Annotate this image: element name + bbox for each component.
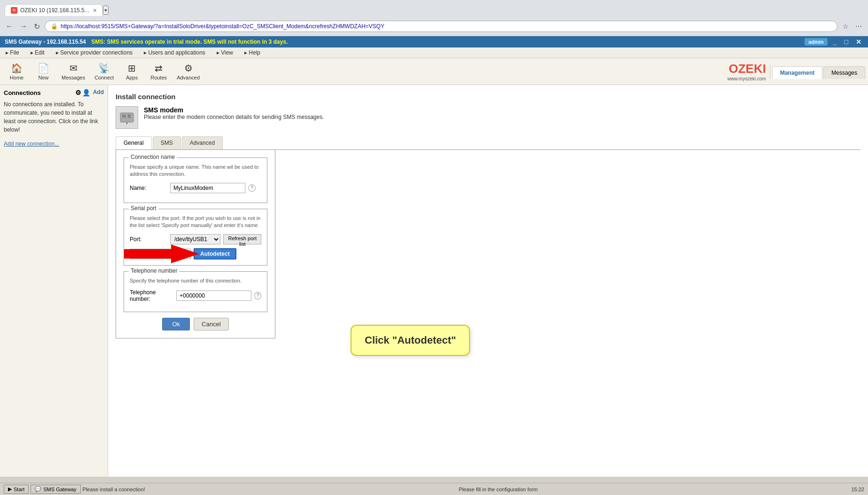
app-title-bar: SMS Gateway - 192.168.115.54 SMS: SMS se… <box>0 36 868 47</box>
toolbar-apps-button[interactable]: ⊞ Apps <box>119 60 145 83</box>
tooltip-bubble: Click "Autodetect" <box>351 325 470 356</box>
refresh-port-list-button[interactable]: Refresh port list <box>223 234 261 244</box>
messages-label: Messages <box>62 75 85 80</box>
sidebar-icons: ⚙ 👤 Add <box>75 89 104 96</box>
address-bar[interactable]: 🔒 https://localhost:9515/SMS+Gateway/?a=… <box>45 21 837 32</box>
bookmark-button[interactable]: ☆ <box>840 21 851 31</box>
sidebar-header: Connections ⚙ 👤 Add <box>4 89 104 96</box>
sidebar-settings-icon[interactable]: ⚙ <box>75 89 81 96</box>
name-help-icon[interactable]: ? <box>248 184 256 192</box>
routes-icon: ⇄ <box>155 63 163 74</box>
toolbar-home-button[interactable]: 🏠 Home <box>4 60 30 83</box>
app-title-text: SMS Gateway - 192.168.115.54 SMS: SMS se… <box>5 39 288 45</box>
content-area: Install connection SMS modem Please ente… <box>108 85 868 477</box>
apps-icon: ⊞ <box>128 63 136 74</box>
tab-sms[interactable]: SMS <box>153 136 181 149</box>
menu-bar: ▸ File ▸ Edit ▸ Service provider connect… <box>0 47 868 58</box>
sms-gw-icon: 💬 <box>35 486 41 492</box>
telephone-help-icon[interactable]: ? <box>254 292 261 299</box>
main-layout: Connections ⚙ 👤 Add No connections are i… <box>0 85 868 477</box>
name-row: Name: ? <box>130 183 261 193</box>
svg-rect-3 <box>128 117 131 118</box>
tab-messages[interactable]: Messages <box>823 66 865 79</box>
modem-info: SMS modem Please enter the modem connect… <box>144 106 324 120</box>
toolbar-advanced-button[interactable]: ⚙ Advanced <box>172 60 204 83</box>
menu-users[interactable]: ▸ Users and applications <box>142 48 207 57</box>
start-label: Start <box>14 487 24 492</box>
status-left-text: Please install a connection! <box>83 487 145 492</box>
connect-icon: 📡 <box>98 63 110 74</box>
start-button[interactable]: ▶ Start <box>4 485 29 494</box>
ozeki-logo-text: OZEKI <box>728 62 766 76</box>
port-select[interactable]: /dev/ttyUSB1 /dev/ttyUSB0 COM1 COM2 <box>170 234 220 244</box>
name-input[interactable] <box>170 183 245 193</box>
minimize-button[interactable]: _ <box>831 38 839 46</box>
toolbar-row: 🏠 Home 📄 New ✉ Messages 📡 Connect ⊞ Apps… <box>0 58 868 85</box>
sidebar-users-icon[interactable]: 👤 <box>82 89 90 96</box>
trial-warning: SMS: SMS services operate in trial mode.… <box>91 39 288 45</box>
extensions-button[interactable]: ⋯ <box>853 21 864 31</box>
active-tab[interactable]: O OZEKI 10 (192.168.115.5... × <box>5 4 103 16</box>
menu-edit[interactable]: ▸ Edit <box>29 48 47 57</box>
ozeki-logo-url: www.myozeki.com <box>727 76 766 81</box>
toolbar-right: OZEKI www.myozeki.com Management Message… <box>727 62 868 81</box>
tab-management[interactable]: Management <box>772 66 822 79</box>
forward-button[interactable]: → <box>18 21 29 31</box>
close-tab-button[interactable]: × <box>93 7 97 14</box>
toolbar-connect-button[interactable]: 📡 Connect <box>90 60 118 83</box>
name-label: Name: <box>130 185 167 191</box>
form-body: Connection name Please specify a unique … <box>116 150 275 338</box>
autodetect-row: Autodetect <box>130 248 261 259</box>
tab-general[interactable]: General <box>116 136 152 149</box>
modem-description: Please enter the modem connection detail… <box>144 114 324 120</box>
telephone-section: Telephone number Specify the telephone n… <box>124 271 267 312</box>
home-label: Home <box>10 75 23 80</box>
telephone-input[interactable] <box>176 291 251 301</box>
add-connection-link[interactable]: Add new connection... <box>4 141 59 147</box>
maximize-button[interactable]: □ <box>843 38 850 46</box>
toolbar-messages-button[interactable]: ✉ Messages <box>57 60 89 83</box>
new-icon: 📄 <box>38 63 49 74</box>
ok-button[interactable]: Ok <box>162 318 190 330</box>
menu-help[interactable]: ▸ Help <box>242 48 262 57</box>
sidebar-add-link[interactable]: Add <box>93 89 104 96</box>
cancel-button[interactable]: Cancel <box>194 318 228 330</box>
advanced-icon: ⚙ <box>184 63 193 74</box>
refresh-button[interactable]: ↻ <box>32 21 42 32</box>
start-icon: ▶ <box>8 486 12 492</box>
port-row: Port: /dev/ttyUSB1 /dev/ttyUSB0 COM1 COM… <box>130 234 261 244</box>
status-left: ▶ Start 💬 SMS Gateway Please install a c… <box>4 485 145 494</box>
serial-port-title: Serial port <box>129 205 158 212</box>
tooltip-container: Click "Autodetect" <box>351 325 470 356</box>
back-button[interactable]: ← <box>4 21 15 31</box>
clock: 15:22 <box>851 487 864 492</box>
modem-name: SMS modem <box>144 106 324 114</box>
serial-port-desc: Please select the port. If the port you … <box>130 215 261 229</box>
menu-view[interactable]: ▸ View <box>215 48 235 57</box>
toolbar-new-button[interactable]: 📄 New <box>31 60 56 83</box>
connections-label: Connections <box>4 89 41 96</box>
menu-file[interactable]: ▸ File <box>4 48 21 57</box>
autodetect-button[interactable]: Autodetect <box>194 248 236 259</box>
toolbar-routes-button[interactable]: ⇄ Routes <box>146 60 172 83</box>
port-field[interactable] <box>130 249 191 259</box>
svg-rect-2 <box>128 115 131 116</box>
sms-gw-label: SMS Gateway <box>43 487 76 492</box>
modem-icon <box>116 106 138 129</box>
menu-service-provider[interactable]: ▸ Service provider connections <box>54 48 134 57</box>
status-bar: ▶ Start 💬 SMS Gateway Please install a c… <box>0 483 868 495</box>
telephone-row: Telephone number: ? <box>130 289 261 302</box>
modem-card: SMS modem Please enter the modem connect… <box>116 106 860 129</box>
new-tab-button[interactable]: + <box>103 6 109 15</box>
sms-gateway-button[interactable]: 💬 SMS Gateway <box>31 485 80 494</box>
status-right-text: Please fill in the configuration form <box>459 487 538 492</box>
connection-name-title: Connection name <box>129 154 177 160</box>
url-text: https://localhost:9515/SMS+Gateway/?a=In… <box>61 23 384 30</box>
advanced-label: Advanced <box>177 75 200 80</box>
form-buttons: Ok Cancel <box>124 318 267 330</box>
mgmt-tabs-area: Management Messages <box>770 64 868 79</box>
address-bar-row: ← → ↻ 🔒 https://localhost:9515/SMS+Gatew… <box>0 17 868 36</box>
connect-label: Connect <box>94 75 114 80</box>
close-button[interactable]: ✕ <box>854 38 863 46</box>
tab-advanced[interactable]: Advanced <box>182 136 223 149</box>
